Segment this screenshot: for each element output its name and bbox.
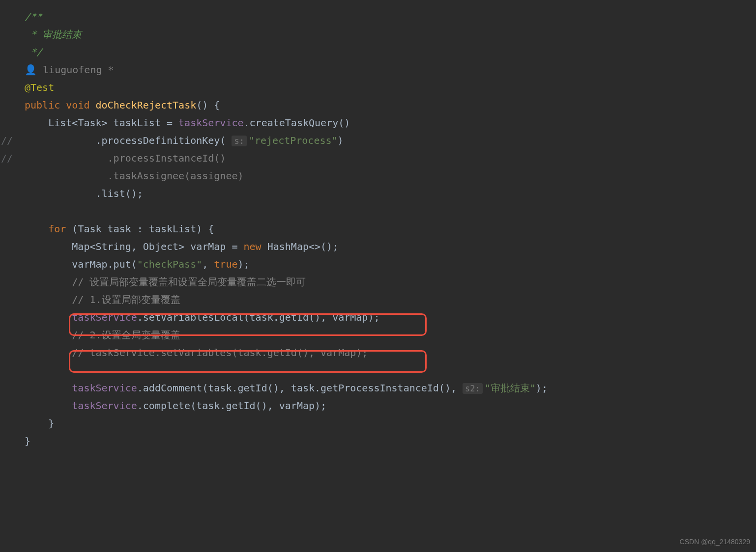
code-comment: // 1.设置局部变量覆盖 bbox=[72, 294, 180, 305]
code-line: .list(); bbox=[0, 185, 756, 202]
code-line bbox=[0, 361, 756, 379]
code-line: public void doCheckRejectTask() { bbox=[0, 96, 756, 114]
code-line: varMap.put("checkPass", true); bbox=[0, 255, 756, 273]
code-line: // 设置局部变量覆盖和设置全局变量覆盖二选一即可 bbox=[0, 273, 756, 291]
code-comment: // 2.设置全局变量覆盖 bbox=[72, 329, 180, 341]
javadoc-comment: /** bbox=[25, 11, 42, 23]
test-annotation: @Test bbox=[25, 82, 54, 93]
gutter-comment: // bbox=[1, 132, 13, 149]
code-comment: // 设置局部变量覆盖和设置全局变量覆盖二选一即可 bbox=[72, 276, 306, 288]
code-line: // 1.设置局部变量覆盖 bbox=[0, 291, 756, 308]
code-line: // taskService.setVariables(task.getId()… bbox=[0, 344, 756, 361]
code-line: Map<String, Object> varMap = new HashMap… bbox=[0, 238, 756, 255]
code-comment: // taskService.setVariables(task.getId()… bbox=[72, 347, 368, 359]
person-icon: 👤 bbox=[25, 64, 37, 76]
code-line: List<Task> taskList = taskService.create… bbox=[0, 114, 756, 132]
code-line: taskService.setVariablesLocal(task.getId… bbox=[0, 308, 756, 326]
javadoc-comment: */ bbox=[25, 46, 42, 58]
keyword-void: void bbox=[66, 99, 89, 111]
param-hint: s2: bbox=[463, 383, 483, 394]
javadoc-comment: * 审批结束 bbox=[25, 28, 82, 40]
code-line: */ bbox=[0, 43, 756, 61]
keyword-public: public bbox=[25, 99, 60, 111]
code-line: /** bbox=[0, 8, 756, 26]
code-line: } bbox=[0, 432, 756, 450]
code-line: taskService.addComment(task.getId(), tas… bbox=[0, 379, 756, 397]
code-line: .taskAssignee(assignee) bbox=[0, 167, 756, 185]
author-annotation: 👤 liuguofeng * bbox=[25, 64, 114, 76]
method-declaration: doCheckRejectTask bbox=[96, 99, 197, 111]
code-line: } bbox=[0, 414, 756, 432]
param-hint: s: bbox=[232, 136, 246, 146]
code-line: @Test bbox=[0, 79, 756, 96]
code-line: * 审批结束 bbox=[0, 26, 756, 43]
code-line: 👤 liuguofeng * bbox=[0, 61, 756, 79]
watermark: CSDN @qq_21480329 bbox=[680, 536, 750, 548]
keyword-for: for bbox=[48, 223, 66, 235]
code-line: // .processInstanceId() bbox=[0, 149, 756, 167]
code-line: // .processDefinitionKey( s:"rejectProce… bbox=[0, 132, 756, 149]
gutter-comment: // bbox=[1, 149, 13, 167]
code-editor[interactable]: /** * 审批结束 */ 👤 liuguofeng * @Test publi… bbox=[0, 8, 756, 450]
code-line: // 2.设置全局变量覆盖 bbox=[0, 326, 756, 344]
code-line bbox=[0, 202, 756, 220]
code-line: taskService.complete(task.getId(), varMa… bbox=[0, 397, 756, 414]
code-line: for (Task task : taskList) { bbox=[0, 220, 756, 238]
